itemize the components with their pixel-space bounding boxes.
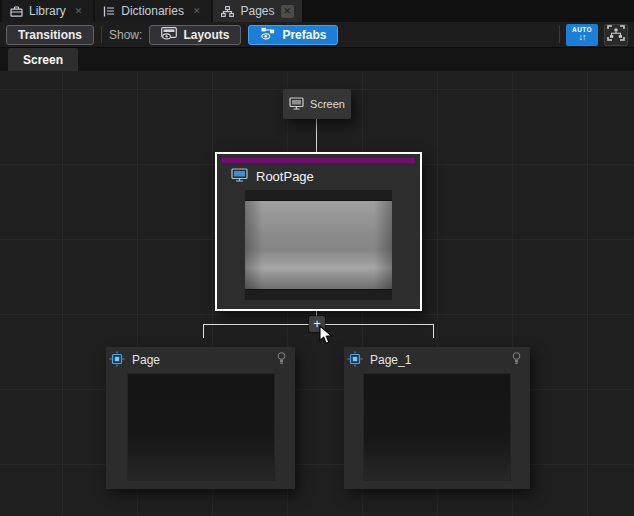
- node-rootpage[interactable]: RootPage: [215, 152, 422, 311]
- list-icon: [103, 6, 115, 17]
- prefabs-label: Prefabs: [282, 28, 326, 42]
- document-tab-bar: Library ✕ Dictionaries ✕ Pages ✕: [0, 0, 634, 22]
- page-icon: [109, 351, 125, 370]
- layouts-label: Layouts: [183, 28, 229, 42]
- org-tree-icon: [221, 6, 234, 17]
- toolbar-right-group: AUTO ↓↑: [559, 24, 628, 46]
- transitions-button[interactable]: Transitions: [6, 25, 94, 45]
- tab-dictionaries[interactable]: Dictionaries ✕: [95, 0, 211, 22]
- prefabs-eye-icon: [260, 27, 276, 43]
- monitor-icon: [289, 97, 304, 112]
- tab-pages[interactable]: Pages ✕: [213, 0, 302, 22]
- page-header: Page: [106, 347, 295, 373]
- tab-label: Library: [29, 4, 66, 18]
- fit-view-button[interactable]: [604, 24, 628, 46]
- thumbnail-bottom-bar: [245, 290, 392, 300]
- node-page-1[interactable]: Page_1: [344, 347, 530, 489]
- rootpage-header: RootPage: [217, 163, 420, 190]
- breadcrumb: Screen: [0, 48, 634, 71]
- toolbar-divider: [559, 26, 560, 43]
- rootpage-preview-thumbnail: [245, 190, 392, 300]
- show-label: Show:: [109, 28, 142, 42]
- transitions-label: Transitions: [18, 28, 82, 42]
- layouts-eye-icon: [161, 27, 177, 43]
- layouts-toggle-button[interactable]: Layouts: [149, 25, 241, 45]
- page-preview-thumbnail: [363, 373, 511, 481]
- thumbnail-screenshot: [245, 201, 392, 289]
- breadcrumb-screen-tab[interactable]: Screen: [8, 48, 78, 71]
- node-label: Page: [132, 353, 160, 367]
- mouse-cursor: [319, 325, 334, 350]
- pages-editor-window: Library ✕ Dictionaries ✕ Pages ✕ Transit…: [0, 0, 634, 516]
- auto-layout-button[interactable]: AUTO ↓↑: [566, 24, 598, 46]
- tab-library[interactable]: Library ✕: [2, 0, 93, 22]
- node-screen[interactable]: Screen: [283, 89, 351, 119]
- node-label: Page_1: [370, 353, 411, 367]
- page-header: Page_1: [344, 347, 530, 373]
- close-icon[interactable]: ✕: [190, 5, 204, 18]
- node-label: RootPage: [256, 169, 314, 184]
- breadcrumb-label: Screen: [23, 53, 63, 67]
- bulb-icon[interactable]: [512, 352, 521, 368]
- connector-screen-rootpage: [316, 119, 317, 152]
- node-label: Screen: [310, 98, 345, 110]
- toolbar-divider: [101, 26, 102, 43]
- page-host-icon: [231, 168, 248, 185]
- page-preview-thumbnail: [127, 373, 275, 481]
- thumbnail-top-bar: [245, 190, 392, 200]
- close-icon[interactable]: ✕: [72, 5, 86, 18]
- page-graph-canvas[interactable]: Screen RootPage +: [0, 71, 634, 516]
- pages-toolbar: Transitions Show: Layouts Prefabs AUTO ↓…: [0, 22, 634, 48]
- close-icon[interactable]: ✕: [281, 5, 295, 18]
- auto-arrows-icon: ↓↑: [579, 33, 586, 42]
- tab-label: Pages: [240, 4, 274, 18]
- node-page[interactable]: Page: [106, 347, 295, 489]
- briefcase-icon: [10, 6, 23, 17]
- tab-label: Dictionaries: [121, 4, 184, 18]
- prefabs-toggle-button[interactable]: Prefabs: [248, 25, 338, 45]
- page-icon: [347, 351, 363, 370]
- bulb-icon[interactable]: [277, 352, 286, 368]
- fit-view-icon: [607, 25, 625, 45]
